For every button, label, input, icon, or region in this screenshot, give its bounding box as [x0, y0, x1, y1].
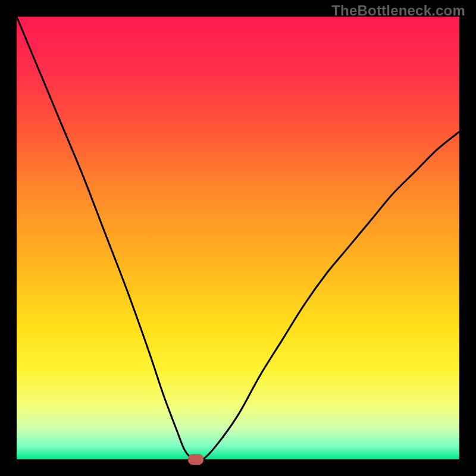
plot-area	[17, 17, 459, 459]
chart-frame: TheBottleneck.com	[0, 0, 476, 476]
gradient-rect	[17, 17, 459, 459]
chart-svg	[17, 17, 459, 459]
optimal-point-marker	[188, 454, 203, 465]
